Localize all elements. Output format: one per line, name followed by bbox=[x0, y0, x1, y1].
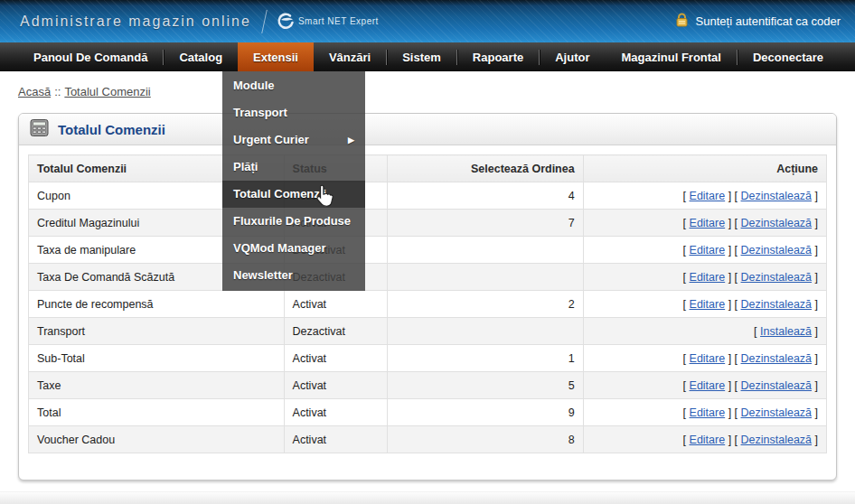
cell-status: Activat bbox=[284, 399, 388, 426]
cell-sort-order: 5 bbox=[388, 372, 583, 399]
menu-item-pl-i[interactable]: Plăți bbox=[222, 154, 365, 181]
dezinstaleaz-link[interactable]: Dezinstalează bbox=[741, 434, 813, 446]
menu-item-label: Transport bbox=[233, 106, 287, 119]
col-header-action: Acțiune bbox=[583, 155, 826, 182]
breadcrumb-home-link[interactable]: Acasă bbox=[18, 85, 51, 98]
nav-item-extensii[interactable]: Extensii bbox=[238, 42, 314, 71]
cell-actions: [ Editare ] [ Dezinstalează ] bbox=[583, 426, 826, 453]
footer-strip bbox=[0, 491, 855, 504]
dezinstaleaz-link[interactable]: Dezinstalează bbox=[741, 298, 813, 311]
nav-item-deconectare[interactable]: Deconectare bbox=[738, 42, 839, 71]
cell-actions: [ Editare ] [ Dezinstalează ] bbox=[583, 210, 826, 237]
dezinstaleaz-link[interactable]: Dezinstalează bbox=[741, 271, 813, 284]
editare-link[interactable]: Editare bbox=[690, 244, 726, 257]
editare-link[interactable]: Editare bbox=[690, 190, 726, 202]
logo-text: Smart NET Expert bbox=[298, 16, 379, 26]
cell-sort-order: 8 bbox=[388, 426, 583, 453]
smart-net-expert-logo: Smart NET Expert bbox=[276, 12, 379, 32]
menu-item-transport[interactable]: Transport bbox=[222, 99, 365, 126]
menu-item-urgent-curier[interactable]: Urgent Curier▶ bbox=[222, 126, 365, 154]
extensii-dropdown-menu: ModuleTransportUrgent Curier▶PlățiTotalu… bbox=[222, 71, 365, 291]
breadcrumb-current-link[interactable]: Totalul Comenzii bbox=[64, 85, 150, 98]
col-header-sort-order: Selectează Ordinea bbox=[388, 155, 583, 182]
menu-item-label: Fluxurile De Produse bbox=[233, 214, 351, 228]
cell-actions: [ Editare ] [ Dezinstalează ] bbox=[583, 182, 826, 210]
menu-item-fluxurile-de-produse[interactable]: Fluxurile De Produse bbox=[222, 208, 365, 235]
cell-actions: [ Editare ] [ Dezinstalează ] bbox=[583, 291, 826, 318]
table-row-taxe: TaxeActivat5[ Editare ] [ Dezinstalează … bbox=[29, 372, 827, 399]
menu-item-vqmod-manager[interactable]: VQMod Manager bbox=[222, 235, 365, 262]
brand-divider bbox=[261, 10, 268, 33]
dezinstaleaz-link[interactable]: Dezinstalează bbox=[741, 190, 813, 202]
table-row-voucher-cadou: Voucher CadouActivat8[ Editare ] [ Dezin… bbox=[29, 426, 827, 453]
menu-item-label: Plăți bbox=[233, 160, 258, 173]
nav-item-panoul-de-comanda[interactable]: Panoul De Comandă bbox=[18, 42, 163, 71]
cell-status: Activat bbox=[284, 291, 388, 318]
order-totals-table: Totalul Comenzii Status Selectează Ordin… bbox=[28, 154, 827, 453]
editare-link[interactable]: Editare bbox=[690, 379, 726, 392]
table-row-cupon: CuponActivat4[ Editare ] [ Dezinstalează… bbox=[29, 182, 827, 210]
menu-item-module[interactable]: Module bbox=[222, 72, 365, 99]
cell-actions: [ Instalează ] bbox=[583, 318, 826, 345]
panel-body: Totalul Comenzii Status Selectează Ordin… bbox=[19, 145, 836, 480]
instaleaz-link[interactable]: Instalează bbox=[760, 325, 812, 338]
cell-actions: [ Editare ] [ Dezinstalează ] bbox=[583, 372, 826, 399]
top-header: Administrare magazin online Smart NET Ex… bbox=[0, 0, 855, 42]
editare-link[interactable]: Editare bbox=[690, 406, 726, 419]
dezinstaleaz-link[interactable]: Dezinstalează bbox=[741, 379, 813, 392]
cell-actions: [ Editare ] [ Dezinstalează ] bbox=[583, 345, 826, 372]
cell-sort-order: 7 bbox=[388, 210, 583, 237]
submenu-arrow-icon: ▶ bbox=[348, 135, 354, 145]
cell-sort-order bbox=[388, 237, 583, 264]
cell-sort-order bbox=[388, 318, 583, 345]
editare-link[interactable]: Editare bbox=[690, 434, 726, 446]
table-row-taxa-de-comand-sc-zut: Taxa De Comandă ScăzutăDezactivat[ Edita… bbox=[29, 264, 827, 291]
cell-name: Taxe bbox=[29, 372, 285, 399]
cell-actions: [ Editare ] [ Dezinstalează ] bbox=[583, 237, 826, 264]
nav-item-sistem[interactable]: Sistem bbox=[387, 42, 456, 71]
menu-item-newsletter[interactable]: Newsletter bbox=[222, 262, 365, 289]
dezinstaleaz-link[interactable]: Dezinstalează bbox=[741, 352, 813, 365]
menu-item-label: Totalul Comenzii bbox=[233, 187, 326, 201]
menu-item-label: Module bbox=[233, 79, 275, 92]
dezinstaleaz-link[interactable]: Dezinstalează bbox=[741, 217, 813, 229]
page-title: Totalul Comenzii bbox=[58, 122, 165, 137]
editare-link[interactable]: Editare bbox=[690, 298, 726, 311]
menu-item-totalul-comenzii[interactable]: Totalul Comenzii bbox=[222, 181, 365, 208]
cell-name: Voucher Cadou bbox=[29, 426, 285, 453]
nav-item-catalog[interactable]: Catalog bbox=[164, 42, 238, 71]
table-row-total: TotalActivat9[ Editare ] [ Dezinstalează… bbox=[29, 399, 827, 426]
nav-item-rapoarte[interactable]: Rapoarte bbox=[457, 42, 539, 71]
cell-status: Activat bbox=[284, 345, 388, 372]
menu-item-label: VQMod Manager bbox=[233, 241, 326, 255]
menu-item-label: Newsletter bbox=[233, 268, 293, 282]
breadcrumb: Acasă::Totalul Comenzii bbox=[18, 85, 837, 98]
cell-name: Total bbox=[29, 399, 285, 426]
table-row-puncte-de-recompens: Puncte de recompensăActivat2[ Editare ] … bbox=[29, 291, 827, 318]
nav-right-group: Magazinul Frontal Deconectare bbox=[606, 42, 839, 71]
table-row-sub-total: Sub-TotalActivat1[ Editare ] [ Dezinstal… bbox=[29, 345, 827, 372]
nav-item-magazinul-frontal[interactable]: Magazinul Frontal bbox=[606, 42, 737, 71]
panel-heading: Totalul Comenzii bbox=[19, 114, 836, 145]
cell-name: Sub-Total bbox=[29, 345, 285, 372]
editare-link[interactable]: Editare bbox=[690, 271, 726, 284]
nav-item-ajutor[interactable]: Ajutor bbox=[540, 42, 605, 71]
cell-status: Dezactivat bbox=[284, 318, 388, 345]
auth-status-area: Sunteți autentificat ca coder bbox=[674, 13, 841, 31]
nav-item-vanzari[interactable]: Vânzări bbox=[314, 42, 386, 71]
dezinstaleaz-link[interactable]: Dezinstalează bbox=[741, 406, 813, 419]
editare-link[interactable]: Editare bbox=[690, 217, 726, 229]
cell-actions: [ Editare ] [ Dezinstalează ] bbox=[583, 399, 826, 426]
app-title: Administrare magazin online bbox=[20, 14, 251, 30]
logo-swoosh-icon bbox=[276, 12, 296, 32]
editare-link[interactable]: Editare bbox=[690, 352, 726, 365]
cell-status: Activat bbox=[284, 372, 388, 399]
nav-left-group: Panoul De Comandă Catalog Extensii Vânză… bbox=[18, 42, 605, 71]
table-row-transport: TransportDezactivat[ Instalează ] bbox=[29, 318, 827, 345]
dezinstaleaz-link[interactable]: Dezinstalează bbox=[741, 244, 813, 257]
cell-status: Activat bbox=[284, 426, 388, 453]
main-nav: Panoul De Comandă Catalog Extensii Vânză… bbox=[0, 42, 855, 71]
table-row-taxa-de-manipulare: Taxa de manipulareDezactivat[ Editare ] … bbox=[29, 237, 827, 264]
cell-sort-order: 2 bbox=[388, 291, 583, 318]
cell-actions: [ Editare ] [ Dezinstalează ] bbox=[583, 264, 826, 291]
